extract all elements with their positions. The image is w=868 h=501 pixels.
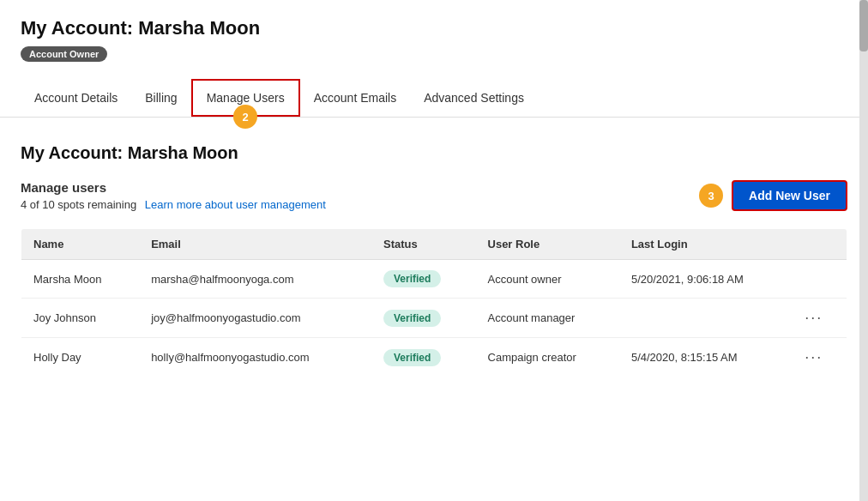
tab-account-details[interactable]: Account Details — [21, 81, 131, 115]
scrollbar-thumb — [859, 0, 868, 51]
account-owner-badge: Account Owner — [21, 46, 107, 62]
table-body: Marsha Moon marsha@halfmoonyoga.com Veri… — [21, 260, 847, 377]
status-badge: Verified — [383, 270, 441, 287]
table-row: Marsha Moon marsha@halfmoonyoga.com Veri… — [21, 260, 847, 299]
page-wrapper: My Account: Marsha Moon Account Owner Ac… — [0, 0, 868, 501]
col-name: Name — [21, 229, 140, 260]
table-row: Joy Johnson joy@halfmoonyogastudio.com V… — [21, 299, 847, 338]
cell-name: Marsha Moon — [21, 260, 140, 299]
scrollbar[interactable] — [859, 0, 868, 501]
status-badge: Verified — [383, 349, 441, 366]
content-section: My Account: Marsha Moon Manage users 4 o… — [0, 118, 868, 398]
spots-count: 4 of 10 spots remaining — [21, 198, 136, 211]
col-status: Status — [371, 229, 476, 260]
cell-options[interactable]: ··· — [793, 338, 847, 377]
cell-email: joy@halfmoonyogastudio.com — [139, 299, 371, 338]
cell-options — [793, 260, 847, 299]
col-last-login: Last Login — [619, 229, 793, 260]
tab-advanced-settings[interactable]: Advanced Settings — [410, 81, 538, 115]
tab-account-emails[interactable]: Account Emails — [300, 81, 410, 115]
add-new-user-wrapper: 3 Add New User — [699, 180, 847, 211]
content-title: My Account: Marsha Moon — [21, 143, 847, 163]
more-options-button[interactable]: ··· — [805, 309, 823, 326]
cell-role: Account manager — [476, 299, 619, 338]
learn-more-link[interactable]: Learn more about user management — [145, 198, 326, 211]
cell-status: Verified — [371, 338, 476, 377]
cell-last-login: 5/20/2021, 9:06:18 AM — [619, 260, 793, 299]
header-section: My Account: Marsha Moon Account Owner — [0, 0, 868, 70]
manage-users-header: Manage users 4 of 10 spots remaining Lea… — [21, 180, 847, 211]
cell-email: holly@halfmoonyogastudio.com — [139, 338, 371, 377]
manage-users-heading: Manage users — [21, 180, 326, 195]
table-header: Name Email Status User Role Last Login — [21, 229, 847, 260]
spots-info: 4 of 10 spots remaining Learn more about… — [21, 198, 326, 211]
tab-badge: 2 — [233, 105, 257, 129]
cell-role: Account owner — [476, 260, 619, 299]
cell-role: Campaign creator — [476, 338, 619, 377]
tabs-nav: Account Details Billing Manage Users 2 A… — [0, 79, 868, 118]
cell-last-login — [619, 299, 793, 338]
users-table: Name Email Status User Role Last Login M… — [21, 228, 847, 377]
cell-options[interactable]: ··· — [793, 299, 847, 338]
col-actions — [793, 229, 847, 260]
cell-name: Joy Johnson — [21, 299, 140, 338]
add-new-user-button[interactable]: Add New User — [732, 180, 847, 211]
tab-billing[interactable]: Billing — [131, 81, 190, 115]
tab-manage-users[interactable]: Manage Users 2 — [191, 79, 300, 117]
table-row: Holly Day holly@halfmoonyogastudio.com V… — [21, 338, 847, 377]
col-email: Email — [139, 229, 371, 260]
cell-status: Verified — [371, 299, 476, 338]
cell-email: marsha@halfmoonyoga.com — [139, 260, 371, 299]
cell-status: Verified — [371, 260, 476, 299]
cell-name: Holly Day — [21, 338, 140, 377]
add-button-badge: 3 — [699, 184, 723, 208]
page-title: My Account: Marsha Moon — [21, 17, 847, 39]
manage-users-left: Manage users 4 of 10 spots remaining Lea… — [21, 180, 326, 211]
status-badge: Verified — [383, 310, 441, 327]
col-role: User Role — [476, 229, 619, 260]
more-options-button[interactable]: ··· — [805, 348, 823, 365]
cell-last-login: 5/4/2020, 8:15:15 AM — [619, 338, 793, 377]
